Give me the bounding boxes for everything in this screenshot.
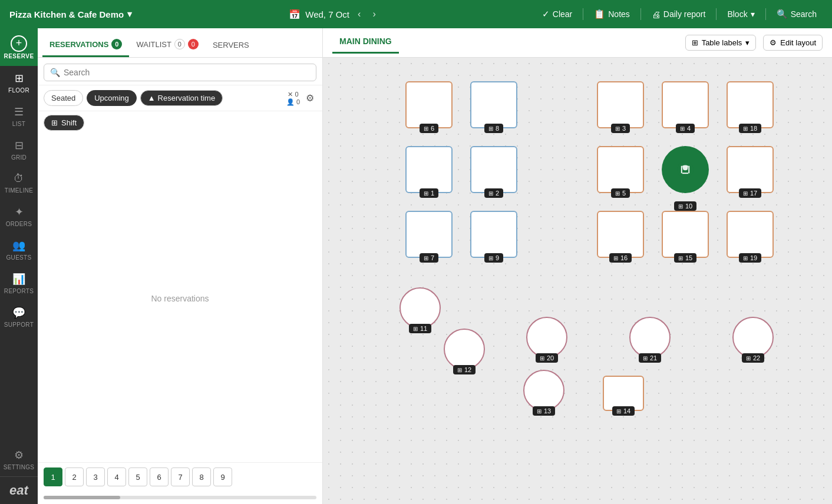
scrollbar-track bbox=[44, 496, 316, 499]
shift-button[interactable]: ⊞ Shift bbox=[44, 115, 84, 131]
page-3-button[interactable]: 3 bbox=[86, 467, 105, 486]
sidebar-item-floor[interactable]: ⊞ FLOOR bbox=[0, 66, 38, 100]
sidebar-item-list[interactable]: ☰ LIST bbox=[0, 100, 38, 133]
table-12[interactable]: ⊞ 12 bbox=[444, 329, 485, 370]
reserve-button[interactable]: + RESERVE bbox=[0, 28, 38, 66]
table-10[interactable]: ⊞ 10 bbox=[662, 146, 709, 205]
table-7-label: ⊞ 7 bbox=[420, 253, 438, 263]
table-1[interactable]: ⊞ 1 bbox=[405, 146, 453, 193]
table-10-label: ⊞ 10 bbox=[674, 201, 696, 211]
shift-row: ⊞ Shift bbox=[38, 111, 322, 134]
report-icon: 🖨 bbox=[652, 9, 661, 19]
table-13[interactable]: ⊞ 13 bbox=[523, 370, 564, 411]
table-4[interactable]: ⊞ 4 bbox=[662, 81, 709, 128]
table-18[interactable]: ⊞ 18 bbox=[727, 81, 774, 128]
filter-seated-button[interactable]: Seated bbox=[44, 90, 83, 106]
filter-row: Seated Upcoming ▲ Reservation time ✕ 0 👤… bbox=[38, 85, 322, 111]
orders-icon: ✦ bbox=[15, 205, 24, 218]
sidebar-item-support[interactable]: 💬 SUPPORT bbox=[0, 300, 38, 334]
table-4-label: ⊞ 4 bbox=[676, 124, 695, 133]
brand-chevron: ▾ bbox=[127, 9, 132, 19]
block-button[interactable]: Block ▾ bbox=[721, 7, 760, 21]
table-14[interactable]: ⊞ 14 bbox=[603, 376, 644, 411]
table-5[interactable]: ⊞ 5 bbox=[597, 146, 644, 193]
search-input[interactable] bbox=[64, 68, 310, 77]
page-1-button[interactable]: 1 bbox=[44, 467, 62, 486]
table-22[interactable]: ⊞ 22 bbox=[732, 317, 774, 358]
prev-date-button[interactable]: ‹ bbox=[354, 8, 364, 21]
table-labels-icon: ⊞ bbox=[692, 38, 698, 47]
search-bar: 🔍 bbox=[38, 58, 322, 85]
sidebar-item-settings[interactable]: ⚙ SETTINGS bbox=[0, 443, 38, 476]
page-7-button[interactable]: 7 bbox=[171, 467, 190, 486]
search-button[interactable]: 🔍 Search bbox=[771, 6, 823, 22]
floor-tab-main-dining[interactable]: MAIN DINING bbox=[332, 32, 399, 54]
page-9-button[interactable]: 9 bbox=[213, 467, 232, 486]
table-10-active[interactable] bbox=[662, 146, 709, 193]
table-7[interactable]: ⊞ 7 bbox=[405, 211, 453, 258]
person-icon: 👤 bbox=[286, 98, 295, 106]
scrollbar-thumb[interactable] bbox=[44, 496, 120, 499]
filter-icon: ✕ bbox=[288, 91, 293, 98]
page-4-button[interactable]: 4 bbox=[107, 467, 126, 486]
tab-servers[interactable]: SERVERS bbox=[206, 36, 256, 57]
table-3[interactable]: ⊞ 3 bbox=[597, 81, 644, 128]
table-2[interactable]: ⊞ 2 bbox=[470, 146, 517, 193]
sidebar-item-orders[interactable]: ✦ ORDERS bbox=[0, 200, 38, 233]
reports-icon: 📊 bbox=[12, 273, 25, 286]
table-19-label: ⊞ 19 bbox=[739, 253, 761, 263]
table-11[interactable]: ⊞ 11 bbox=[400, 287, 441, 329]
table-22-label: ⊞ 22 bbox=[742, 353, 764, 363]
support-icon: 💬 bbox=[12, 306, 25, 319]
edit-layout-button[interactable]: ⚙ Edit layout bbox=[763, 35, 823, 51]
table-19[interactable]: ⊞ 19 bbox=[727, 211, 774, 258]
table-20[interactable]: ⊞ 20 bbox=[526, 317, 567, 358]
table-21[interactable]: ⊞ 21 bbox=[629, 317, 671, 358]
settings-icon: ⚙ bbox=[14, 449, 24, 462]
search-icon: 🔍 bbox=[777, 9, 788, 19]
sidebar-item-reports[interactable]: 📊 REPORTS bbox=[0, 267, 38, 300]
tab-waitlist[interactable]: WAITLIST 0 0 bbox=[129, 34, 205, 57]
table-2-label: ⊞ 2 bbox=[484, 188, 503, 198]
filter-upcoming-button[interactable]: Upcoming bbox=[87, 90, 137, 106]
table-16[interactable]: ⊞ 16 bbox=[597, 211, 644, 258]
table-9[interactable]: ⊞ 9 bbox=[470, 211, 517, 258]
floor-map[interactable]: ⊞ 6⊞ 8⊞ 3⊞ 4⊞ 18⊞ 1⊞ 2⊞ 5 ⊞ 10⊞ 17⊞ 7⊞ 9… bbox=[323, 58, 832, 504]
page-2-button[interactable]: 2 bbox=[65, 467, 84, 486]
page-5-button[interactable]: 5 bbox=[128, 467, 147, 486]
sidebar-item-grid[interactable]: ⊟ GRID bbox=[0, 133, 38, 167]
floor-icon: ⊞ bbox=[15, 72, 24, 85]
notes-button[interactable]: 📋 Notes bbox=[588, 6, 636, 22]
table-17[interactable]: ⊞ 17 bbox=[727, 146, 774, 193]
panel-tabs: RESERVATIONS 0 WAITLIST 0 0 SERVERS bbox=[38, 28, 322, 58]
table-labels-button[interactable]: ⊞ Table labels ▾ bbox=[685, 35, 757, 51]
shift-grid-icon: ⊞ bbox=[51, 118, 58, 127]
table-15[interactable]: ⊞ 15 bbox=[662, 211, 709, 258]
plus-icon: + bbox=[11, 35, 27, 52]
brand-label: Pizza Kitchen & Cafe Demo bbox=[9, 9, 124, 19]
table-8[interactable]: ⊞ 8 bbox=[470, 81, 517, 128]
sidebar-item-timeline[interactable]: ⏱ TIMELINE bbox=[0, 167, 38, 200]
sidebar-item-guests[interactable]: 👥 GUESTS bbox=[0, 233, 38, 267]
date-navigator: 📅 Wed, 7 Oct ‹ › bbox=[289, 8, 379, 21]
clear-button[interactable]: ✓ Clear bbox=[536, 6, 578, 22]
next-date-button[interactable]: › bbox=[369, 8, 379, 21]
brand-name[interactable]: Pizza Kitchen & Cafe Demo ▾ bbox=[9, 9, 132, 19]
table-17-label: ⊞ 17 bbox=[739, 188, 761, 198]
grid-icon: ⊟ bbox=[15, 139, 24, 152]
filter-counts: ✕ 0 👤 0 bbox=[286, 91, 300, 106]
table-labels-chevron: ▾ bbox=[745, 38, 750, 47]
table-21-label: ⊞ 21 bbox=[639, 353, 661, 363]
table-13-label: ⊞ 13 bbox=[533, 406, 555, 416]
table-6[interactable]: ⊞ 6 bbox=[405, 81, 453, 128]
tab-reservations[interactable]: RESERVATIONS 0 bbox=[42, 34, 129, 57]
list-icon: ☰ bbox=[14, 105, 24, 118]
floor-content: MAIN DINING ⊞ Table labels ▾ ⚙ Edit layo… bbox=[323, 28, 832, 504]
filter-options-button[interactable]: ⚙ bbox=[303, 90, 316, 106]
page-8-button[interactable]: 8 bbox=[192, 467, 211, 486]
filter-reservation-time-button[interactable]: ▲ Reservation time bbox=[140, 90, 223, 106]
table-6-label: ⊞ 6 bbox=[420, 124, 438, 133]
page-6-button[interactable]: 6 bbox=[150, 467, 169, 486]
edit-layout-icon: ⚙ bbox=[770, 38, 777, 47]
daily-report-button[interactable]: 🖨 Daily report bbox=[646, 7, 712, 22]
